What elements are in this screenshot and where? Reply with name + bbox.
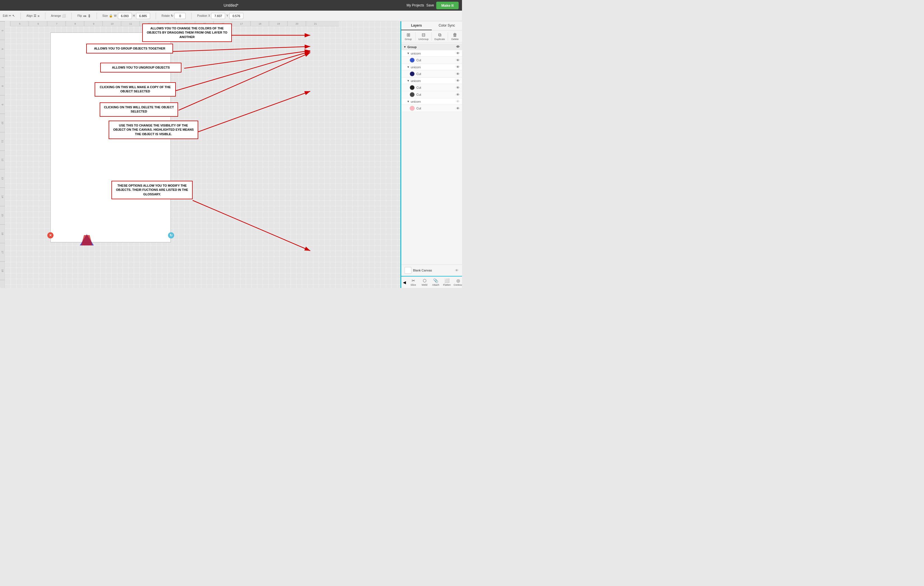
unicorn2-chevron: ▼ [407,66,410,69]
weld-label: Weld [422,283,427,286]
layer-unicorn-1[interactable]: ▼ unicorn 👁 [401,50,462,56]
layer-cut-3b[interactable]: Cut 👁 [401,91,462,98]
attach-button[interactable]: 📎 Attach [431,278,441,287]
canvas-eye-icon[interactable]: 👁 [455,268,459,273]
align-icon[interactable]: ☰ [34,14,36,18]
layer-cut-1[interactable]: Cut 👁 [401,57,462,64]
flip-h-icon[interactable]: ⇔ [83,14,86,18]
annotation-ungroup: ALLOWS YOU TO UNGROUP OBJECTS [100,63,182,72]
rotate-input[interactable] [175,13,186,19]
width-label: W [114,14,117,17]
cut3a-swatch [410,85,415,90]
ungroup-icon: ⊟ [422,32,425,38]
slice-button[interactable]: ✂ Slice [408,278,418,287]
delete-corner-button[interactable]: ✕ [47,232,53,239]
unicorn4-label: unicorn [411,100,421,103]
cut2-label: Cut [416,72,421,76]
ruler-vtick: 12 [0,151,5,169]
collapse-arrow[interactable]: ◀ [403,280,406,285]
svg-line-6 [176,51,310,91]
ruler-tick: 20 [287,21,306,26]
cut4-swatch [410,106,415,111]
ruler-tick: 7 [47,21,66,26]
group-eye-icon[interactable]: 👁 [456,45,460,49]
right-panel: Layers Color Sync ⊞ Group ⊟ UnGroup ⧉ Du… [400,21,462,288]
align-label: Align [26,14,33,17]
arrange-icon[interactable]: ⬜ [62,14,66,18]
group-icon: ⊞ [407,32,410,38]
slice-label: Slice [411,283,416,286]
lock-icon[interactable]: 🔒 [109,14,113,18]
bottom-tools: ◀ ✂ Slice ⬡ Weld 📎 Attach ⬜ Flatten ◎ Co… [401,276,462,288]
layer-cut-3a[interactable]: Cut 👁 [401,84,462,91]
panel-sep-3 [448,32,448,41]
contour-button[interactable]: ◎ Contour [453,278,462,287]
ruler-tick: 18 [250,21,269,26]
layer-unicorn-2[interactable]: ▼ unicorn 👁 [401,64,462,70]
width-input[interactable] [118,13,132,19]
cut3b-eye-icon[interactable]: 👁 [456,93,460,97]
duplicate-icon: ⧉ [438,33,441,38]
weld-button[interactable]: ⬡ Weld [419,278,429,287]
tab-color-sync[interactable]: Color Sync [432,21,462,30]
x-input[interactable] [211,13,225,19]
ruler-vtick: 14 [0,188,5,206]
rotate-corner-handle[interactable]: ↻ [168,232,174,239]
save-button[interactable]: Save [426,3,434,7]
layer-cut-4[interactable]: Cut 👁 [401,105,462,112]
layers-list[interactable]: ▼ Group 👁 ▼ unicorn 👁 Cut 👁 ▼ unicorn 👁 [401,43,462,265]
weld-icon: ⬡ [423,278,426,283]
ruler-tick: 21 [306,21,324,26]
y-input[interactable] [229,13,243,19]
ruler-tick: 17 [232,21,250,26]
svg-line-4 [173,46,310,51]
app-title: Untitled* [224,3,239,8]
layer-cut-2[interactable]: Cut 👁 [401,71,462,77]
flatten-button[interactable]: ⬜ Flatten [442,278,452,287]
layer-unicorn-3[interactable]: ▼ unicorn 👁 [401,78,462,84]
tab-layers[interactable]: Layers [401,21,432,30]
group-label-text: Group [408,45,417,49]
layer-group-header[interactable]: ▼ Group 👁 [401,44,462,50]
ruler-tick: 5 [10,21,28,26]
unicorn4-eye-icon[interactable]: 👁 [456,99,460,104]
edit-cursor-icon[interactable]: ↖ [12,14,15,18]
group-button[interactable]: ⊞ Group [403,31,414,41]
unicorn3-eye-icon[interactable]: 👁 [456,79,460,83]
ruler-vtick: 18 [0,262,5,280]
ruler-vtick: 15 [0,206,5,224]
make-it-button[interactable]: Make It [436,2,459,9]
ruler-tick: 10 [102,21,121,26]
panel-sep-1 [415,32,416,41]
my-projects-link[interactable]: My Projects [407,3,424,7]
height-input[interactable] [136,13,150,19]
duplicate-button[interactable]: ⧉ Duplicate [434,32,446,41]
canvas-area[interactable]: 56789101112131415161718192021 ✕ ↻ ALLOWS… [5,21,400,288]
ungroup-label: UnGroup [418,38,429,41]
cut4-eye-icon[interactable]: 👁 [456,106,460,110]
ruler-vtick: 5 [0,21,5,40]
contour-label: Contour [454,283,462,286]
delete-icon: 🗑 [453,33,457,38]
attach-label: Attach [432,283,439,286]
ungroup-button[interactable]: ⊟ UnGroup [417,31,430,41]
annotation-visibility: USE THIS TO CHANGE THE VISIBILITY OF THE… [109,121,198,139]
group-label: Group [404,38,412,41]
unicorn1-eye-icon[interactable]: 👁 [456,51,460,55]
align-icon2[interactable]: ≡ [38,14,39,18]
flip-v-icon[interactable]: ⇕ [87,14,91,18]
ruler-tick: 11 [121,21,139,26]
ruler-tick: 9 [84,21,102,26]
cut2-eye-icon[interactable]: 👁 [456,72,460,76]
layer-unicorn-4[interactable]: ▼ unicorn 👁 [401,99,462,105]
edit-icon[interactable]: ✂ [9,14,11,18]
canvas-selector[interactable]: Blank Canvas 👁 [403,266,460,275]
delete-button[interactable]: 🗑 Delete [450,32,460,41]
canvas-color-swatch[interactable] [404,267,411,274]
unicorn2-eye-icon[interactable]: 👁 [456,65,460,69]
y-label: Y [226,14,228,17]
cut3a-eye-icon[interactable]: 👁 [456,86,460,90]
cut1-eye-icon[interactable]: 👁 [456,58,460,63]
flatten-label: Flatten [443,283,451,286]
slice-icon: ✂ [412,278,415,283]
